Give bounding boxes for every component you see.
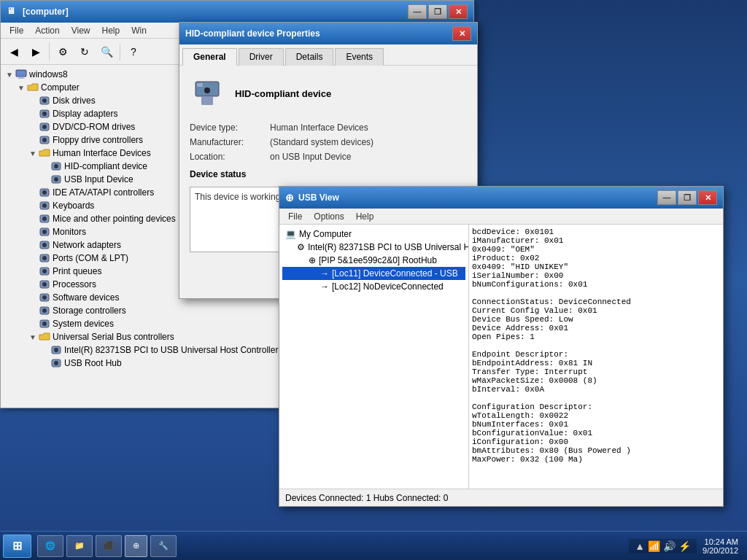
- titlebar-left: 🖥 [computer]: [7, 6, 69, 18]
- usb-tree-label: My Computer: [299, 229, 352, 239]
- tree-expand-icon[interactable]: ▼: [4, 69, 15, 80]
- tree-item-label: USB Root Hub: [64, 358, 122, 368]
- titlebar-controls: — ❐ ✕: [408, 4, 468, 19]
- usbview-maximize-btn[interactable]: ❐: [678, 190, 697, 205]
- taskbar-app[interactable]: 🔧: [150, 535, 177, 557]
- usb-tree-item[interactable]: →[Loc11] DeviceConnected - USB: [282, 267, 465, 280]
- menu-file[interactable]: File: [4, 24, 29, 37]
- usbview-statusbar: Devices Connected: 1 Hubs Connected: 0: [279, 489, 723, 506]
- usb-tree-item[interactable]: ⚙Intel(R) 82371SB PCI to USB Universal H…: [282, 241, 465, 254]
- usbview-title: USB View: [298, 192, 339, 203]
- svg-point-26: [42, 256, 47, 260]
- tree-expand-icon: [27, 200, 39, 211]
- usbview-menu-help[interactable]: Help: [350, 210, 380, 223]
- svg-point-36: [42, 322, 47, 326]
- tray-power-icon: ⚡: [678, 540, 691, 552]
- system-tray: ▲ 📶 🔊 ⚡: [629, 539, 697, 553]
- taskbar-app[interactable]: ⬛: [96, 535, 122, 557]
- devmgr-icon: 🖥: [7, 6, 18, 18]
- tree-item-icon: [39, 279, 50, 290]
- tab-general[interactable]: General: [182, 48, 237, 66]
- tree-item-label: System devices: [53, 319, 114, 329]
- tray-network-icon: 📶: [648, 540, 660, 552]
- usbview-body: 💻My Computer⚙Intel(R) 82371SB PCI to USB…: [279, 225, 723, 489]
- menu-help[interactable]: Help: [96, 24, 126, 37]
- svg-point-8: [42, 125, 47, 129]
- manufacturer-value: (Standard system devices): [270, 137, 374, 147]
- tree-item-label: Network adapters: [53, 240, 121, 250]
- svg-point-43: [204, 88, 210, 93]
- svg-rect-0: [16, 70, 26, 77]
- start-button[interactable]: ⊞: [3, 534, 31, 558]
- restore-button[interactable]: ❐: [428, 4, 447, 19]
- svg-point-24: [42, 243, 47, 247]
- update-button[interactable]: ↻: [74, 42, 95, 62]
- taskbar-app[interactable]: 🌐: [37, 535, 63, 557]
- tab-driver[interactable]: Driver: [239, 48, 284, 66]
- devmgr-titlebar: 🖥 [computer] — ❐ ✕: [1, 1, 473, 23]
- forward-button[interactable]: ▶: [26, 42, 46, 62]
- tree-expand-icon: [27, 108, 39, 120]
- tab-details[interactable]: Details: [285, 48, 334, 66]
- taskbar-app-icon: 🔧: [158, 541, 169, 551]
- usbview-window: ⊕ USB View — ❐ ✕ File Options Help 💻My C…: [279, 186, 724, 507]
- svg-point-32: [42, 295, 47, 300]
- usb-tree-item[interactable]: →[Loc12] NoDeviceConnected: [282, 280, 465, 293]
- device-header: HID-compliant device: [190, 76, 467, 111]
- device-type-label: Device type:: [190, 122, 270, 133]
- svg-point-4: [42, 98, 47, 103]
- taskbar-apps: 🌐📁⬛⊕🔧: [37, 535, 623, 557]
- tab-events[interactable]: Events: [335, 48, 384, 66]
- tree-expand-icon: [27, 292, 39, 303]
- taskbar-app[interactable]: ⊕: [125, 535, 147, 557]
- tree-item-label: DVD/CD-ROM drives: [53, 122, 135, 132]
- tree-expand-icon: [39, 160, 50, 172]
- hid-dialog-title: HID-compliant device Properties: [185, 28, 320, 39]
- usb-detail-line: bInterval: 0x0A: [472, 385, 720, 394]
- tray-arrow-icon[interactable]: ▲: [635, 540, 645, 552]
- usbview-menu-options[interactable]: Options: [308, 210, 349, 223]
- usb-detail-line: Configuration Descriptor:: [472, 402, 720, 411]
- scan-button[interactable]: 🔍: [96, 42, 117, 62]
- usb-tree-label: [PIP 5&1ee599c2&0] RootHub: [319, 255, 437, 265]
- windows-logo-icon: ⊞: [12, 539, 22, 553]
- tree-expand-icon: [27, 252, 39, 264]
- menu-view[interactable]: View: [66, 24, 96, 37]
- usbview-menu-file[interactable]: File: [282, 210, 308, 223]
- tree-item-icon: [39, 200, 50, 211]
- tree-expand-icon[interactable]: ▼: [27, 147, 39, 159]
- close-button[interactable]: ✕: [449, 4, 468, 19]
- tree-expand-icon[interactable]: ▼: [27, 331, 39, 343]
- usbview-close-btn[interactable]: ✕: [698, 190, 717, 205]
- taskbar-app-icon: 📁: [74, 541, 85, 551]
- usb-tree-item[interactable]: 💻My Computer: [282, 228, 465, 241]
- usb-tree-item[interactable]: ⊕[PIP 5&1ee599c2&0] RootHub: [282, 254, 465, 267]
- menu-win[interactable]: Win: [125, 24, 152, 37]
- usb-detail-line: bmAttributes: 0x80 (Bus Powered ): [472, 446, 720, 455]
- devmgr-title: [computer]: [23, 7, 69, 17]
- hid-titlebar-controls: ✕: [452, 26, 471, 41]
- toolbar-sep-1: [49, 43, 50, 61]
- back-button[interactable]: ◀: [4, 42, 24, 62]
- tree-expand-icon[interactable]: ▼: [15, 82, 27, 93]
- menu-action[interactable]: Action: [29, 24, 65, 37]
- clock: 10:24 AM 9/20/2012: [703, 537, 738, 555]
- taskbar: ⊞ 🌐📁⬛⊕🔧 ▲ 📶 🔊 ⚡ 10:24 AM 9/20/2012: [0, 531, 747, 560]
- usb-detail-line: 0x0409: "OEM": [472, 245, 720, 254]
- svg-point-12: [54, 164, 58, 168]
- tree-item-label: Human Interface Devices: [53, 148, 151, 158]
- properties-button[interactable]: ⚙: [53, 42, 73, 62]
- usbview-minimize-btn[interactable]: —: [657, 190, 676, 205]
- help-button[interactable]: ?: [123, 42, 144, 62]
- tray-volume-icon[interactable]: 🔊: [663, 540, 676, 552]
- clock-time: 10:24 AM: [703, 537, 738, 546]
- tree-item-icon: [39, 318, 50, 330]
- minimize-button[interactable]: —: [408, 4, 427, 19]
- tree-item-icon: [39, 292, 50, 303]
- tree-expand-icon: [27, 305, 39, 316]
- hid-close-button[interactable]: ✕: [452, 26, 471, 41]
- tree-item-label: Computer: [41, 82, 80, 93]
- taskbar-app[interactable]: 📁: [66, 535, 93, 557]
- tree-item-label: Keyboards: [53, 201, 94, 211]
- tree-item-icon: [39, 252, 50, 264]
